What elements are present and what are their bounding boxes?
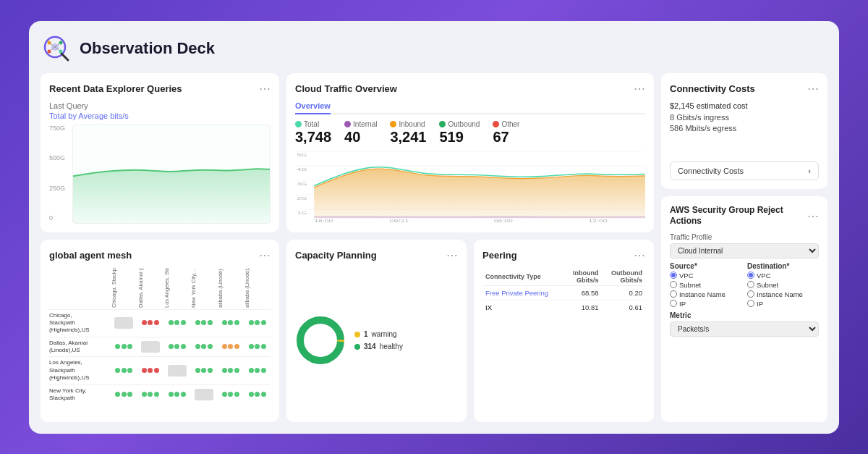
connectivity-button[interactable]: Connectivity Costs› (670, 161, 819, 180)
recent-queries-title: Recent Data Explorer Queries (49, 83, 182, 94)
capacity-menu[interactable]: ⋯ (446, 248, 458, 262)
capacity-donut (295, 315, 346, 366)
svg-line-10 (61, 54, 68, 60)
right-column: Connectivity Costs ⋯ $2,145 estimated co… (661, 73, 827, 422)
bottom-mid: Capacity Planning ⋯ 1 warning (286, 240, 654, 422)
traffic-card: Cloud Traffic Overview ⋯ Overview Total … (286, 73, 654, 232)
page-title: Observation Deck (80, 39, 215, 58)
svg-point-26 (300, 320, 341, 361)
svg-text:5G: 5G (297, 152, 307, 157)
mesh-row-la: Los Angeles,Stackpath(Highwinds),US (49, 357, 271, 384)
mesh-row-dallas: Dallas, Akamai(Linode),US (49, 337, 271, 357)
traffic-chart: 5G 4G 3G 2G 1G 18:00 09/21 06:00 12:00 (295, 151, 645, 224)
capacity-body: 1 warning 314 healthy (295, 268, 458, 413)
tab-overview[interactable]: Overview (295, 101, 331, 114)
peering-card: Peering ⋯ Connectivity Type InboundGbits… (474, 240, 654, 422)
mesh-row-chicago: Chicago,Stackpath(Highwinds),US (49, 309, 271, 337)
capacity-card: Capacity Planning ⋯ 1 warning (286, 240, 467, 422)
metric-select[interactable]: Packets/s (670, 321, 819, 337)
mesh-card: global agent mesh ⋯ Chicago, Stackpath..… (41, 240, 279, 422)
peering-row-2: IX 10.81 0.61 (482, 300, 645, 314)
svg-text:3G: 3G (297, 181, 307, 186)
peering-row-1: Free Private Peering 68.58 0.20 (482, 285, 645, 300)
svg-text:4G: 4G (297, 167, 307, 172)
svg-text:09/21: 09/21 (390, 218, 409, 223)
recent-queries-card: Recent Data Explorer Queries ⋯ Last Quer… (41, 73, 279, 232)
mesh-row-nyc: New York City,Stackpath (49, 384, 271, 404)
logo-icon (41, 33, 72, 64)
mini-chart: 750G500G250G0 (49, 125, 271, 224)
header: Observation Deck (41, 33, 827, 73)
peering-title: Peering (482, 250, 517, 261)
peering-table: Connectivity Type InboundGbits/s Outboun… (482, 268, 645, 314)
aws-title: AWS Security Group Reject Actions (670, 205, 807, 227)
capacity-legend: 1 warning 314 healthy (354, 330, 403, 350)
svg-text:18:00: 18:00 (314, 218, 333, 223)
connectivity-card: Connectivity Costs ⋯ $2,145 estimated co… (661, 73, 827, 189)
aws-menu[interactable]: ⋯ (807, 209, 819, 223)
connectivity-title: Connectivity Costs (670, 83, 755, 94)
radio-grid: VPC VPC Subnet Subnet Instance Name Inst… (670, 272, 819, 308)
traffic-stats: Total 3,748 Internal 40 Inbound 3,241 Ou… (295, 120, 645, 146)
main-container: Observation Deck Recent Data Explorer Qu… (29, 21, 839, 434)
svg-text:2G: 2G (297, 196, 307, 201)
mesh-title: global agent mesh (49, 250, 132, 261)
svg-text:06:00: 06:00 (494, 218, 513, 223)
peering-menu[interactable]: ⋯ (634, 248, 645, 262)
mesh-menu[interactable]: ⋯ (259, 248, 271, 262)
mesh-scroll[interactable]: Chicago, Stackpath... Dallas, Akamai (Li… (49, 268, 271, 413)
aws-card: AWS Security Group Reject Actions ⋯ Traf… (661, 196, 827, 422)
traffic-profile-select[interactable]: Cloud Internal (670, 243, 819, 258)
mesh-table: Chicago, Stackpath... Dallas, Akamai (Li… (49, 268, 271, 405)
capacity-title: Capacity Planning (295, 250, 377, 261)
traffic-title: Cloud Traffic Overview (295, 83, 397, 94)
svg-text:1G: 1G (297, 210, 307, 215)
recent-queries-menu[interactable]: ⋯ (259, 82, 271, 96)
connectivity-menu[interactable]: ⋯ (807, 82, 819, 96)
svg-text:12:00: 12:00 (589, 218, 608, 223)
traffic-menu[interactable]: ⋯ (634, 82, 645, 96)
